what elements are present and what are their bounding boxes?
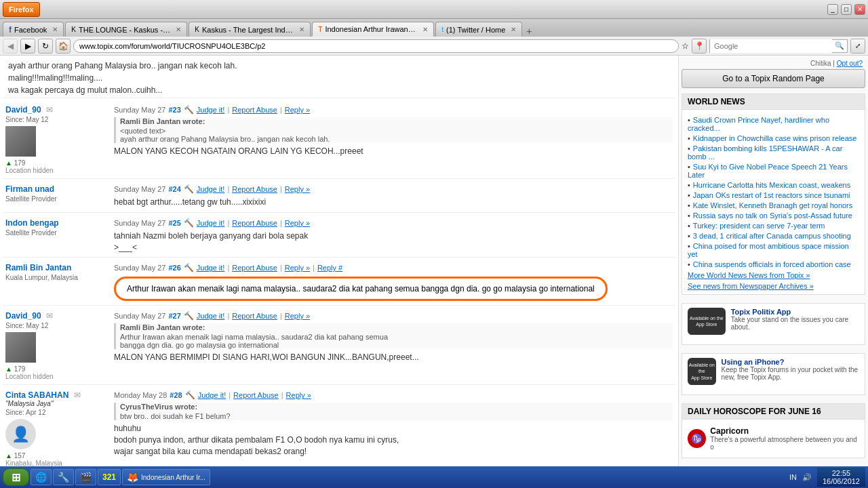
taskbar-item-321[interactable]: 321 (98, 469, 121, 485)
tab-close-icon[interactable]: ✕ (511, 26, 516, 33)
email-icon[interactable]: ✉ (46, 311, 53, 321)
report-abuse-link[interactable]: Report Abuse (232, 185, 277, 193)
search-button[interactable]: 🔍 (832, 41, 847, 50)
post-body: hebat bgt arthur.....tetang gw tuh.....x… (114, 197, 673, 208)
list-item: Kidnapper in Chowchilla case wins prison… (688, 134, 859, 142)
title-bar: Firefox _ □ ✕ (0, 0, 868, 19)
report-abuse-link[interactable]: Report Abuse (232, 106, 277, 114)
judge-link[interactable]: Judge it! (198, 391, 226, 399)
post-indon-25: Indon bengap Satellite Provider Sunday M… (3, 214, 675, 258)
post-cinta-28: Cinta SABAHAN ✉ "Malaysia Jaya" Since: A… (3, 386, 675, 472)
username-link[interactable]: David_90 (5, 311, 41, 321)
judge-icon: 🔨 (184, 184, 194, 194)
judge-link[interactable]: Judge it! (197, 219, 225, 227)
list-item: Kate Winslet, Kenneth Branagh get royal … (688, 201, 859, 209)
email-icon[interactable]: ✉ (74, 390, 81, 400)
post-content: Sunday May 27 #26 🔨 Judge it! | Report A… (114, 263, 673, 301)
forward-button[interactable]: ▶ (20, 39, 35, 54)
firefox-menu-button[interactable]: Firefox (3, 2, 40, 17)
post-content: Sunday May 27 #24 🔨 Judge it! | Report A… (114, 184, 673, 208)
taskbar-item-media[interactable]: 🎬 (75, 469, 96, 485)
post-body: tahniah Nazmi boleh berjaya ganyang dari… (114, 230, 673, 253)
username-link[interactable]: Indon bengap (5, 218, 59, 228)
tab-twitter[interactable]: t (1) Twitter / Home ✕ (435, 22, 522, 37)
volume-icon[interactable]: 🔊 (802, 473, 812, 482)
list-item: China poised for most ambitious space mi… (688, 242, 859, 258)
home-button[interactable]: 🏠 (56, 39, 71, 54)
search-input[interactable] (710, 39, 832, 53)
world-news-header: WORLD NEWS (682, 94, 865, 110)
tab-kaskus1[interactable]: K THE LOUNGE - Kaskus - The La... ✕ (65, 22, 187, 37)
judge-icon: 🔨 (184, 263, 194, 272)
bookmark-icon[interactable]: ☆ (682, 41, 689, 51)
back-button[interactable]: ◀ (3, 39, 18, 54)
post-body: Arthur Irawan akan menaik lagi nama mala… (127, 284, 595, 293)
judge-link[interactable]: Judge it! (197, 264, 225, 272)
more-world-news-link[interactable]: More World News News from Topix » (688, 271, 859, 279)
taskbar: ⊞ 🌐 🔧 🎬 321 🦊 Indonesian Arthur Ir... IN… (0, 466, 868, 488)
tab-facebook[interactable]: f Facebook ✕ (3, 22, 64, 37)
username-link[interactable]: Firman unad (5, 184, 54, 194)
url-input[interactable] (73, 39, 679, 53)
reply-hash-link[interactable]: Reply # (317, 264, 342, 272)
reply-link[interactable]: Reply » (286, 391, 311, 399)
judge-icon: 🔨 (185, 390, 195, 400)
horoscope-header: DAILY HOROSCOPE FOR JUNE 16 (682, 404, 865, 420)
avatar (5, 126, 36, 157)
app-item: Available on theApp Store Using an iPhon… (688, 358, 859, 385)
report-abuse-link[interactable]: Report Abuse (232, 312, 277, 320)
reply-link[interactable]: Reply » (285, 312, 310, 320)
judge-link[interactable]: Judge it! (197, 106, 225, 114)
language-indicator: IN (789, 473, 797, 481)
tab-close-icon[interactable]: ✕ (52, 26, 58, 33)
username-link[interactable]: Cinta SABAHAN (5, 390, 68, 400)
report-abuse-link[interactable]: Report Abuse (232, 264, 277, 272)
email-icon[interactable]: ✉ (46, 105, 53, 115)
reply-link[interactable]: Reply » (285, 219, 310, 227)
app-widget-1: Available on theApp Store Topix Politix … (682, 303, 865, 345)
taskbar-item-firefox[interactable]: 🦊 Indonesian Arthur Ir... (122, 469, 210, 485)
new-tab-button[interactable]: + (524, 26, 534, 37)
start-button[interactable]: ⊞ (3, 468, 29, 486)
taskbar-item-ie[interactable]: 🌐 (31, 469, 52, 485)
post-author-info: Cinta SABAHAN ✉ "Malaysia Jaya" Since: A… (5, 390, 114, 467)
taskbar-item-tools[interactable]: 🔧 (53, 469, 74, 485)
list-item: Hurricane Carlotta hits Mexican coast, w… (688, 181, 859, 189)
report-abuse-link[interactable]: Report Abuse (233, 391, 279, 399)
reply-link[interactable]: Reply » (285, 185, 310, 193)
post-content: Sunday May 27 #27 🔨 Judge it! | Report A… (114, 311, 673, 380)
post-author-info: David_90 ✉ Since: May 12 ▲ 179 Location … (5, 105, 114, 174)
refresh-button[interactable]: ↻ (38, 39, 53, 54)
reply-link[interactable]: Reply » (285, 106, 310, 114)
list-item: 3 dead, 1 critical after Canada campus s… (688, 232, 859, 240)
tab-close-icon[interactable]: ✕ (299, 26, 304, 33)
minimize-button[interactable]: _ (827, 4, 838, 15)
post-firman-24: Firman unad Satellite Provider Sunday Ma… (3, 180, 675, 213)
app-store-badge[interactable]: Available on theApp Store (688, 308, 726, 335)
browser-chrome: Firefox _ □ ✕ f Facebook ✕ K THE LOUNGE … (0, 0, 868, 56)
app-store-badge[interactable]: Available on theApp Store (688, 358, 716, 385)
reply-link[interactable]: Reply » (285, 264, 310, 272)
maximize-button[interactable]: □ (841, 4, 852, 15)
post-body: MALON YANG BERMIMPI DI SIANG HARI,WOI BA… (114, 352, 673, 363)
judge-link[interactable]: Judge it! (197, 312, 225, 320)
list-item: Saudi Crown Prince Nayef, hardliner who … (688, 116, 859, 132)
tab-kaskus2[interactable]: K Kaskus - The Largest Indonesia... ✕ (189, 22, 311, 37)
judge-link[interactable]: Judge it! (197, 185, 225, 193)
newspaper-archives-link[interactable]: See news from Newspaper Archives » (688, 282, 859, 290)
report-abuse-link[interactable]: Report Abuse (232, 219, 277, 227)
username-link[interactable]: Ramli Bin Jantan (5, 263, 71, 272)
close-button[interactable]: ✕ (854, 4, 865, 15)
forum-main: ayah arthur orang Pahang Malaysia bro.. … (0, 56, 678, 488)
tab-close-icon[interactable]: ✕ (422, 26, 428, 33)
resize-button[interactable]: ⤢ (850, 39, 865, 54)
horoscope-description: There's a powerful atmosphere between yo… (710, 436, 859, 451)
post-ramli-26: Ramli Bin Jantan Kuala Lumpur, Malaysia … (3, 259, 675, 306)
random-page-button[interactable]: Go to a Topix Random Page (682, 69, 865, 88)
username-link[interactable]: David_90 (5, 105, 41, 115)
tab-topix[interactable]: T Indonesian Arthur Irawan called... ✕ (312, 22, 434, 37)
post-author-info: David_90 ✉ Since: May 12 ▲ 179 Location … (5, 311, 114, 380)
chitika-optout-link[interactable]: Opt out? (837, 60, 863, 67)
taskbar-right: IN 🔊 22:55 16/06/2012 (789, 468, 865, 487)
tab-close-icon[interactable]: ✕ (176, 26, 181, 33)
